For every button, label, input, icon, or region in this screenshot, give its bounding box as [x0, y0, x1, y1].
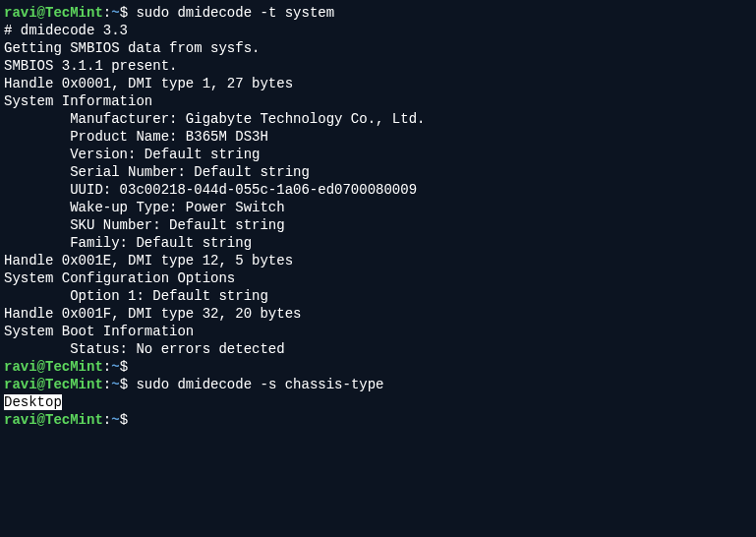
prompt-line-2[interactable]: ravi@TecMint:~$ — [4, 358, 752, 376]
output-line: Product Name: B365M DS3H — [4, 128, 752, 146]
path: ~ — [111, 359, 119, 375]
user: ravi — [4, 412, 37, 428]
host: TecMint — [45, 377, 103, 392]
colon: : — [103, 5, 111, 21]
chassis-type-result: Desktop — [4, 393, 752, 411]
dollar: $ — [120, 377, 137, 392]
user: ravi — [4, 377, 37, 392]
output-line: # dmidecode 3.3 — [4, 22, 752, 39]
output-line: Manufacturer: Gigabyte Technology Co., L… — [4, 110, 752, 128]
at-symbol: @ — [37, 377, 45, 392]
user: ravi — [4, 5, 37, 21]
at-symbol: @ — [37, 412, 45, 428]
colon: : — [103, 359, 111, 375]
output-line: Handle 0x001F, DMI type 32, 20 bytes — [4, 305, 752, 323]
path: ~ — [111, 5, 119, 21]
at-symbol: @ — [37, 359, 45, 375]
output-line: UUID: 03c00218-044d-055c-1a06-ed07000800… — [4, 181, 752, 199]
colon: : — [103, 412, 111, 428]
output-line: Version: Default string — [4, 146, 752, 163]
host: TecMint — [45, 412, 103, 428]
user: ravi — [4, 359, 37, 375]
output-line: Wake-up Type: Power Switch — [4, 199, 752, 216]
output-line: Getting SMBIOS data from sysfs. — [4, 39, 752, 57]
output-line: Status: No errors detected — [4, 340, 752, 358]
output-line: System Boot Information — [4, 323, 752, 340]
output-line: Handle 0x001E, DMI type 12, 5 bytes — [4, 252, 752, 269]
dollar: $ — [120, 5, 137, 21]
path: ~ — [111, 412, 119, 428]
command-2: sudo dmidecode -s chassis-type — [136, 377, 383, 392]
highlighted-output: Desktop — [4, 394, 62, 410]
colon: : — [103, 377, 111, 392]
dollar: $ — [120, 359, 137, 375]
output-line: Option 1: Default string — [4, 287, 752, 305]
host: TecMint — [45, 5, 103, 21]
dollar: $ — [120, 412, 137, 428]
output-line: Serial Number: Default string — [4, 163, 752, 181]
host: TecMint — [45, 359, 103, 375]
output-line: System Configuration Options — [4, 269, 752, 287]
output-line: System Information — [4, 92, 752, 110]
prompt-line-4[interactable]: ravi@TecMint:~$ — [4, 411, 752, 429]
prompt-line-1[interactable]: ravi@TecMint:~$ sudo dmidecode -t system — [4, 4, 752, 22]
at-symbol: @ — [37, 5, 45, 21]
output-line: SMBIOS 3.1.1 present. — [4, 57, 752, 75]
output-line: Handle 0x0001, DMI type 1, 27 bytes — [4, 75, 752, 92]
command-1: sudo dmidecode -t system — [136, 5, 334, 21]
output-line: Family: Default string — [4, 234, 752, 252]
output-line: SKU Number: Default string — [4, 216, 752, 234]
prompt-line-3[interactable]: ravi@TecMint:~$ sudo dmidecode -s chassi… — [4, 376, 752, 393]
path: ~ — [111, 377, 119, 392]
